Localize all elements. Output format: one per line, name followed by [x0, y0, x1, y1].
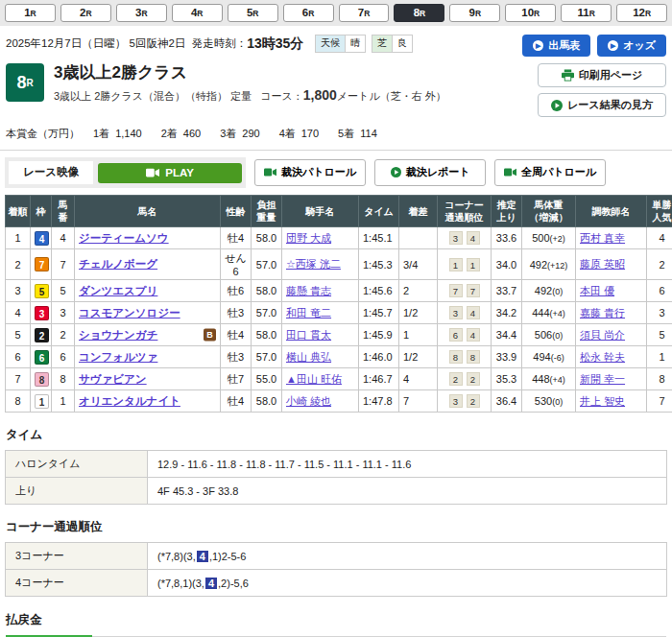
- body-weight-cell: 500(+2): [522, 227, 576, 249]
- corner-order-cell: 77: [438, 280, 492, 302]
- corner3-position: 6: [449, 328, 463, 342]
- prize-4th: 4着170: [279, 127, 319, 141]
- corner3-label: 3コーナー: [6, 543, 148, 570]
- last-furlongs-label: 上り: [6, 478, 148, 505]
- trainer-cell: 須貝 尚介: [576, 324, 647, 346]
- horse-name-link[interactable]: コンフォルツァ: [79, 351, 157, 363]
- horse-name-link[interactable]: ショウナンガチ: [79, 329, 157, 341]
- jockey-link[interactable]: 小崎 綾也: [286, 395, 331, 407]
- jockey-link[interactable]: ☆西塚 洸二: [286, 258, 341, 270]
- entries-button[interactable]: ▶出馬表: [522, 35, 590, 57]
- carried-weight: 55.0: [252, 368, 282, 390]
- carried-weight: 58.0: [252, 324, 282, 346]
- trainer-cell: 嘉藤 貴行: [576, 302, 647, 324]
- corner4-order: (*7,8,1)(3,4,2)-5,6: [148, 570, 667, 597]
- body-weight-cell: 448(+4): [522, 368, 576, 390]
- stewards-report-button[interactable]: 裁決レポート: [374, 159, 486, 186]
- carried-weight: 57.0: [252, 346, 282, 368]
- tab-race-6[interactable]: 6R: [283, 4, 334, 22]
- results-guide-button[interactable]: レース結果の見方: [538, 93, 666, 117]
- horse-name-link[interactable]: ダンツエスプリ: [79, 285, 157, 296]
- race-tabs: 1R 2R 3R 4R 5R 6R 7R 8R 9R 10R 11R 12R: [0, 0, 672, 26]
- popularity-cell: 1: [647, 346, 672, 368]
- jockey-link[interactable]: 和田 竜二: [286, 307, 331, 318]
- trainer-link[interactable]: 新開 幸一: [580, 373, 625, 385]
- col-horse-number: 馬番: [52, 196, 75, 227]
- corner3-position: 3: [449, 231, 463, 245]
- jockey-link[interactable]: 田口 貫太: [286, 329, 331, 341]
- print-page-button[interactable]: 印刷用ページ: [538, 63, 666, 87]
- odds-button[interactable]: ▶オッズ: [597, 35, 666, 57]
- finish-position: 8: [6, 390, 31, 413]
- tab-race-2[interactable]: 2R: [60, 4, 111, 22]
- side-action-buttons: 印刷用ページ レース結果の見方: [538, 63, 666, 117]
- tab-race-9[interactable]: 9R: [449, 4, 500, 22]
- col-carried-weight: 負担重量: [252, 196, 282, 227]
- trainer-link[interactable]: 井上 智史: [580, 395, 625, 407]
- race-title-block: 8R 3歳以上2勝クラス 3歳以上 2勝クラス（混合）（特指） 定量 コース：1…: [6, 63, 446, 117]
- horse-name-link[interactable]: オリエンタルナイト: [79, 395, 180, 407]
- popularity-cell: 6: [647, 280, 672, 302]
- all-round-patrol-button[interactable]: 全周パトロール: [494, 159, 606, 186]
- tab-race-1[interactable]: 1R: [5, 4, 56, 22]
- arrow-circle-icon: ▶: [533, 40, 543, 51]
- corner3-position: 3: [449, 394, 463, 408]
- result-row-8: 8 1 1 オリエンタルナイト 牡4 58.0 小崎 綾也 1:47.8 7 3…: [6, 390, 672, 413]
- stewards-patrol-button[interactable]: 裁決パトロール: [254, 159, 366, 186]
- corner3-position: 2: [449, 372, 463, 386]
- tab-race-4[interactable]: 4R: [172, 4, 223, 22]
- corner4-position: 7: [467, 284, 480, 297]
- trainer-link[interactable]: 藤原 英昭: [580, 258, 625, 270]
- body-weight-cell: 444(+4): [522, 302, 576, 324]
- race-info-row: 2025年12月7日（日曜） 5回阪神2日 発走時刻： 13時35分 天候晴 芝…: [6, 35, 666, 57]
- trainer-link[interactable]: 本田 優: [580, 285, 614, 296]
- jockey-cell: 和田 竜二: [282, 302, 359, 324]
- jockey-link[interactable]: 横山 典弘: [286, 351, 331, 363]
- tab-race-12[interactable]: 12R: [616, 4, 667, 22]
- corner4-label: 4コーナー: [6, 570, 148, 597]
- sex-age: 牡6: [221, 280, 252, 302]
- race-conditions: 3歳以上 2勝クラス（混合）（特指） 定量 コース：1,800メートル（芝・右 …: [54, 87, 446, 104]
- margin-cell: 4: [399, 368, 438, 390]
- horse-name-link[interactable]: コスモアンソロジー: [79, 307, 180, 318]
- finish-position: 2: [6, 249, 31, 280]
- horse-number: 2: [52, 324, 75, 346]
- corner4-position: 4: [467, 306, 480, 319]
- carried-weight: 57.0: [252, 249, 282, 280]
- bracket-cell: 4: [31, 227, 52, 249]
- bracket-badge: 8: [35, 372, 49, 387]
- trainer-cell: 西村 真幸: [576, 227, 647, 249]
- corner-order-cell: 34: [438, 302, 492, 324]
- carried-weight: 58.0: [252, 227, 282, 249]
- play-button[interactable]: PLAY: [98, 163, 242, 183]
- jockey-link[interactable]: 団野 大成: [286, 232, 331, 244]
- col-body-weight: 馬体重（増減）: [522, 196, 576, 227]
- body-weight-cell: 492(+12): [522, 249, 576, 280]
- jockey-link[interactable]: 藤懸 貴志: [286, 285, 331, 296]
- prize-2nd: 2着460: [161, 127, 201, 141]
- weather-label: 天候: [315, 35, 345, 53]
- tab-race-10[interactable]: 10R: [505, 4, 556, 22]
- jockey-link[interactable]: ▲田山 旺佑: [286, 373, 342, 385]
- trainer-link[interactable]: 須貝 尚介: [580, 329, 625, 341]
- tab-race-7[interactable]: 7R: [339, 4, 390, 22]
- horse-name-link[interactable]: ジーティームソウ: [79, 232, 169, 244]
- horse-name-cell: ショウナンガチB: [75, 324, 221, 346]
- race-header: 8R 3歳以上2勝クラス 3歳以上 2勝クラス（混合）（特指） 定量 コース：1…: [6, 63, 666, 117]
- trainer-link[interactable]: 松永 幹夫: [580, 351, 625, 363]
- tab-race-11[interactable]: 11R: [561, 4, 612, 22]
- popularity-cell: 8: [647, 368, 672, 390]
- tab-race-8-active[interactable]: 8R: [394, 4, 444, 22]
- trainer-link[interactable]: 西村 真幸: [580, 232, 625, 244]
- tab-race-3[interactable]: 3R: [116, 4, 167, 22]
- tab-race-5[interactable]: 5R: [228, 4, 278, 22]
- furlong-time-label: ハロンタイム: [6, 451, 148, 478]
- body-weight-cell: 506(0): [522, 324, 576, 346]
- bracket-cell: 3: [31, 302, 52, 324]
- horse-name-link[interactable]: チェルノボーグ: [79, 258, 157, 270]
- horse-name-cell: サヴァビアン: [75, 368, 221, 390]
- trainer-link[interactable]: 嘉藤 貴行: [580, 307, 625, 318]
- result-row-4: 4 3 3 コスモアンソロジー 牡3 57.0 和田 竜二 1:45.7 1/2…: [6, 302, 672, 324]
- horse-name-link[interactable]: サヴァビアン: [79, 373, 147, 385]
- corner-order-cell: 88: [438, 346, 492, 368]
